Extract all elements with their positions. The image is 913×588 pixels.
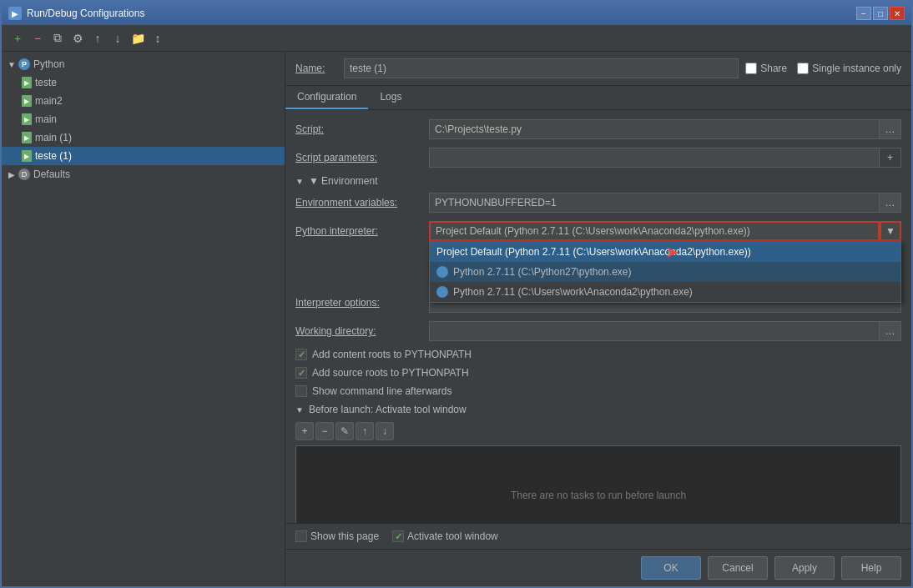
python-interpreter-row: Python interpreter: Project Default (Pyt… bbox=[295, 220, 901, 242]
cancel-button[interactable]: Cancel bbox=[708, 556, 768, 580]
run-debug-configurations-dialog: ▶ Run/Debug Configurations − □ ✕ + − ⧉ ⚙… bbox=[0, 0, 913, 588]
python-interpreter-label: Python interpreter: bbox=[295, 225, 429, 237]
name-input[interactable] bbox=[344, 58, 739, 78]
tree-item-main2[interactable]: ▶ main2 bbox=[2, 92, 285, 110]
before-launch-label: Before launch: Activate tool window bbox=[309, 404, 467, 415]
copy-config-button[interactable]: ⧉ bbox=[48, 29, 67, 48]
single-instance-checkbox-label[interactable]: Single instance only bbox=[797, 63, 901, 74]
working-dir-label: Working directory: bbox=[295, 325, 429, 337]
add-content-roots-checkbox[interactable] bbox=[295, 349, 307, 360]
interpreter-selected-value: Project Default (Python 2.7.11 (C:\Users… bbox=[436, 225, 750, 237]
single-instance-checkbox[interactable] bbox=[797, 63, 809, 74]
script-params-label: Script parameters: bbox=[295, 152, 429, 163]
move-up-button[interactable]: ↑ bbox=[88, 29, 107, 48]
close-button[interactable]: ✕ bbox=[890, 7, 905, 20]
script-label: Script: bbox=[295, 123, 429, 135]
script-params-input[interactable] bbox=[429, 148, 880, 168]
remove-config-button[interactable]: − bbox=[28, 29, 47, 48]
share-checkbox-label[interactable]: Share bbox=[745, 63, 787, 74]
defaults-label: Defaults bbox=[33, 168, 70, 180]
script-input[interactable] bbox=[429, 119, 880, 139]
main1-label: main (1) bbox=[35, 132, 72, 143]
show-cmd-checkbox[interactable] bbox=[295, 385, 307, 397]
before-launch-toggle[interactable]: ▼ bbox=[295, 405, 304, 415]
share-checkbox[interactable] bbox=[745, 63, 757, 74]
launch-add-button[interactable]: + bbox=[295, 422, 314, 440]
tree-item-main1[interactable]: ▶ main (1) bbox=[2, 128, 285, 147]
before-launch-header: ▼ Before launch: Activate tool window bbox=[295, 404, 901, 415]
tree-item-defaults[interactable]: ▶ D Defaults bbox=[2, 165, 285, 183]
launch-down-button[interactable]: ↓ bbox=[376, 422, 394, 440]
python-anaconda-icon bbox=[436, 286, 448, 298]
show-page-checkbox[interactable] bbox=[295, 530, 307, 542]
add-source-roots-label: Add source roots to PYTHONPATH bbox=[312, 367, 469, 379]
left-panel: ▼ P Python ▶ teste ▶ bbox=[2, 52, 285, 586]
python-group-label: Python bbox=[33, 58, 64, 70]
maximize-button[interactable]: □ bbox=[873, 7, 888, 20]
settings-button[interactable]: ⚙ bbox=[68, 29, 87, 48]
working-dir-row: Working directory: … bbox=[295, 320, 901, 342]
working-dir-btn[interactable]: … bbox=[880, 321, 901, 341]
help-button[interactable]: Help bbox=[841, 556, 901, 580]
add-content-roots-label: Add content roots to PYTHONPATH bbox=[312, 349, 472, 360]
launch-up-button[interactable]: ↑ bbox=[356, 422, 374, 440]
environment-label: ▼ Environment bbox=[309, 175, 378, 187]
teste1-label: teste (1) bbox=[35, 150, 72, 162]
window-title: Run/Debug Configurations bbox=[27, 8, 856, 19]
show-page-label[interactable]: Show this page bbox=[295, 530, 379, 542]
main-label: main bbox=[35, 113, 57, 125]
apply-button[interactable]: Apply bbox=[774, 556, 835, 580]
launch-tasks-area: There are no tasks to run before launch bbox=[295, 445, 901, 523]
folder-button[interactable]: 📁 bbox=[129, 29, 147, 48]
config-tabs: Configuration Logs bbox=[285, 86, 911, 110]
sort-button[interactable]: ↕ bbox=[149, 29, 167, 48]
tab-logs[interactable]: Logs bbox=[368, 86, 413, 109]
env-vars-btn[interactable]: … bbox=[880, 193, 901, 213]
defaults-icon: D bbox=[18, 168, 30, 180]
main2-label: main2 bbox=[35, 95, 63, 107]
python27-icon bbox=[436, 266, 448, 278]
interpreter-dropdown-trigger[interactable]: Project Default (Python 2.7.11 (C:\Users… bbox=[429, 221, 880, 241]
window-controls: − □ ✕ bbox=[856, 7, 905, 20]
working-dir-input[interactable] bbox=[429, 321, 880, 341]
tree-item-teste1[interactable]: ▶ teste (1) bbox=[2, 147, 285, 165]
interpreter-dropdown-arrow[interactable]: ▼ bbox=[880, 221, 901, 241]
name-options: Share Single instance only bbox=[745, 63, 901, 74]
interpreter-dropdown-menu: Project Default (Python 2.7.11 (C:\Users… bbox=[429, 241, 901, 303]
env-vars-input[interactable] bbox=[429, 193, 880, 213]
config-content: Script: … Script parameters: + ▼ ▼ En bbox=[285, 110, 911, 523]
move-down-button[interactable]: ↓ bbox=[108, 29, 127, 48]
defaults-toggle[interactable]: ▶ bbox=[5, 170, 18, 179]
interpreter-option-1[interactable]: Python 2.7.11 (C:\Python27\python.exe) bbox=[430, 262, 900, 282]
teste-label: teste bbox=[35, 77, 57, 88]
add-config-button[interactable]: + bbox=[8, 29, 27, 48]
ok-button[interactable]: OK bbox=[641, 556, 701, 580]
tree-item-teste[interactable]: ▶ teste bbox=[2, 73, 285, 92]
launch-remove-button[interactable]: − bbox=[315, 422, 334, 440]
interpreter-option-2[interactable]: Python 2.7.11 (C:\Users\work\Anaconda2\p… bbox=[430, 282, 900, 302]
script-params-row: Script parameters: + bbox=[295, 147, 901, 168]
window-icon: ▶ bbox=[8, 7, 22, 20]
python-toggle[interactable]: ▼ bbox=[5, 60, 18, 69]
add-content-roots-row: Add content roots to PYTHONPATH bbox=[295, 349, 901, 360]
name-row: Name: Share Single instance only bbox=[285, 52, 911, 86]
tree-item-python[interactable]: ▼ P Python bbox=[2, 55, 285, 73]
right-panel: Name: Share Single instance only Configu bbox=[285, 52, 911, 586]
tree-item-main[interactable]: ▶ main bbox=[2, 110, 285, 128]
activate-tool-label[interactable]: Activate tool window bbox=[392, 530, 498, 542]
main1-file-icon: ▶ bbox=[22, 132, 32, 143]
dialog-footer: OK Cancel Apply Help bbox=[285, 549, 911, 586]
script-params-btn[interactable]: + bbox=[880, 148, 901, 168]
python-group-icon: P bbox=[18, 58, 30, 70]
environment-toggle[interactable]: ▼ bbox=[295, 177, 304, 186]
env-vars-label: Environment variables: bbox=[295, 197, 429, 209]
tab-configuration[interactable]: Configuration bbox=[285, 86, 368, 109]
minimize-button[interactable]: − bbox=[856, 7, 871, 20]
add-source-roots-checkbox[interactable] bbox=[295, 367, 307, 379]
name-field-label: Name: bbox=[295, 63, 337, 74]
show-cmd-row: Show command line afterwards bbox=[295, 385, 901, 397]
activate-tool-checkbox[interactable] bbox=[392, 530, 404, 542]
interpreter-option-0[interactable]: Project Default (Python 2.7.11 (C:\Users… bbox=[430, 242, 900, 262]
launch-edit-button[interactable]: ✎ bbox=[335, 422, 354, 440]
script-browse-button[interactable]: … bbox=[880, 119, 901, 139]
